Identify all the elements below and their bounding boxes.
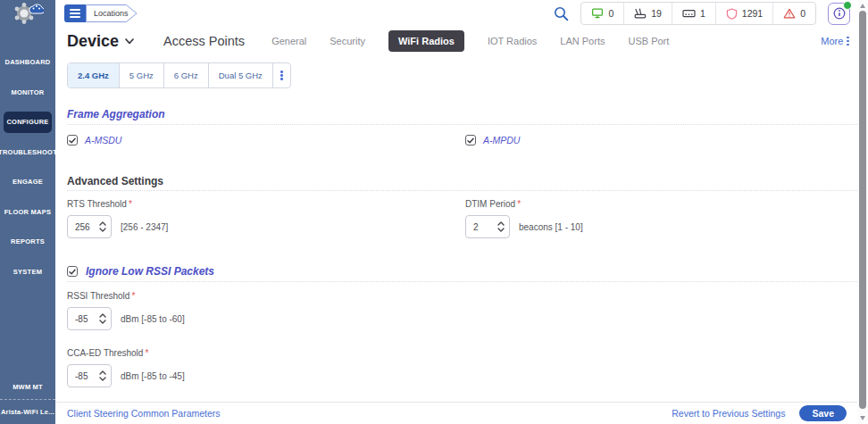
amsdu-checkbox[interactable] <box>67 135 78 145</box>
sidebar-item-dashboard[interactable]: DASHBOARD <box>0 47 55 78</box>
action-bar-right: Revert to Previous Settings Save <box>672 405 847 421</box>
tab-security[interactable]: Security <box>330 36 365 46</box>
rssi-threshold-field: RSSI Threshold * dBm [-85 to -60] <box>67 291 857 330</box>
ignore-low-rssi-heading-row: Ignore Low RSSI Packets <box>67 265 857 278</box>
sidebar-item-label: FLOOR MAPS <box>4 208 52 216</box>
more-label: More <box>821 36 843 46</box>
vertical-scrollbar[interactable] <box>857 0 868 424</box>
amsdu-label[interactable]: A-MSDU <box>85 135 121 145</box>
info-button[interactable] <box>828 3 850 25</box>
field-label-text: DTIM Period <box>465 199 515 210</box>
sidebar-item-troubleshoot[interactable]: TROUBLESHOOT <box>0 137 55 168</box>
stepper-arrows[interactable] <box>99 370 106 381</box>
stepper-arrows[interactable] <box>497 221 505 232</box>
required-asterisk: * <box>131 291 135 302</box>
dtim-period-input[interactable] <box>466 222 497 232</box>
scroll-up-arrow-icon[interactable] <box>860 4 865 8</box>
ampdu-checkbox-group: A-MPDU <box>465 135 520 145</box>
scrollbar-thumb[interactable] <box>859 11 866 409</box>
search-icon[interactable] <box>554 6 569 21</box>
sidebar-item-label: CONFIGURE <box>4 112 52 133</box>
tab-iot-radios[interactable]: IOT Radios <box>488 36 537 46</box>
rssi-threshold-input[interactable] <box>68 314 98 324</box>
advanced-settings-heading: Advanced Settings <box>67 175 857 187</box>
client-steering-link[interactable]: Client Steering Common Parameters <box>67 408 221 419</box>
cca-ed-threshold-input[interactable] <box>68 371 98 381</box>
status-security[interactable]: 1291 <box>715 3 772 24</box>
location-tree-menu-button[interactable] <box>64 4 86 22</box>
sidebar-item-system[interactable]: SYSTEM <box>0 257 55 287</box>
band-tab-2-4ghz[interactable]: 2.4 GHz <box>68 63 119 87</box>
top-bar: Locations 0 <box>55 0 857 27</box>
tab-lan-ports[interactable]: LAN Ports <box>560 36 605 46</box>
status-count: 1 <box>700 8 705 19</box>
more-menu-button[interactable]: More <box>821 27 849 55</box>
frame-aggregation-heading: Frame Aggregation <box>67 108 857 121</box>
rts-threshold-range-hint: [256 - 2347] <box>121 222 168 232</box>
field-label-text: CCA-ED Threshold <box>67 348 143 359</box>
rts-threshold-label: RTS Threshold * <box>67 199 857 210</box>
ignore-low-rssi-checkbox[interactable] <box>67 266 78 277</box>
chevron-down-icon <box>125 38 134 45</box>
tab-general[interactable]: General <box>271 36 306 46</box>
advanced-settings-fields: RTS Threshold * [256 - 2347] <box>67 199 857 238</box>
tab-wifi-radios[interactable]: WiFi Radios <box>388 30 464 52</box>
sidebar-item-label: MONITOR <box>11 88 44 96</box>
app-window: DASHBOARD MONITOR CONFIGURE TROUBLESHOOT… <box>0 0 868 424</box>
amsdu-checkbox-group: A-MSDU <box>67 135 857 145</box>
sidebar-item-label: TROUBLESHOOT <box>0 148 57 156</box>
chevron-up-icon <box>99 221 106 226</box>
band-tabs-overflow-button[interactable] <box>272 63 290 87</box>
cca-ed-threshold-range-hint: dBm [-85 to -45] <box>121 371 185 381</box>
status-count: 1291 <box>742 8 763 19</box>
rssi-threshold-label: RSSI Threshold * <box>67 291 857 302</box>
scroll-down-arrow-icon[interactable] <box>860 416 865 420</box>
ignore-low-rssi-heading[interactable]: Ignore Low RSSI Packets <box>86 265 214 278</box>
sidebar-nav: DASHBOARD MONITOR CONFIGURE TROUBLESHOOT… <box>0 47 55 287</box>
status-alerts[interactable]: 0 <box>772 3 815 24</box>
checkmark-icon <box>69 137 76 144</box>
page-header: Device Access Points General Security Wi… <box>55 27 857 55</box>
device-dropdown[interactable]: Device <box>67 32 134 51</box>
ampdu-checkbox[interactable] <box>465 135 476 145</box>
status-switches[interactable]: 1 <box>672 3 715 24</box>
save-button[interactable]: Save <box>799 405 847 421</box>
sidebar-item-monitor[interactable]: MONITOR <box>0 78 55 108</box>
sidebar-item-engage[interactable]: ENGAGE <box>0 167 55 197</box>
status-count: 0 <box>608 8 613 19</box>
global-status-counters: 0 19 1 <box>580 2 816 25</box>
page-title: Access Points <box>163 34 245 48</box>
sidebar: DASHBOARD MONITOR CONFIGURE TROUBLESHOOT… <box>0 0 55 424</box>
revert-link[interactable]: Revert to Previous Settings <box>672 408 785 419</box>
shield-icon <box>726 8 738 20</box>
alert-triangle-icon <box>783 8 796 19</box>
field-label-text: RSSI Threshold <box>67 291 129 302</box>
service-label: MWM MT <box>0 375 55 399</box>
status-access-points[interactable]: 19 <box>623 3 672 24</box>
status-clients[interactable]: 0 <box>581 3 623 24</box>
ampdu-label[interactable]: A-MPDU <box>483 135 520 145</box>
rts-threshold-field: RTS Threshold * [256 - 2347] <box>67 199 857 238</box>
breadcrumb[interactable]: Locations <box>86 4 138 22</box>
tab-usb-port[interactable]: USB Port <box>628 36 669 46</box>
band-tab-6ghz[interactable]: 6 GHz <box>163 63 208 87</box>
sidebar-item-label: SYSTEM <box>13 268 42 276</box>
sidebar-footer: MWM MT Arista-WiFi Le... <box>0 375 55 424</box>
sidebar-item-reports[interactable]: REPORTS <box>0 227 55 257</box>
cloud-network-logo-icon <box>12 2 44 26</box>
rts-threshold-input[interactable] <box>68 222 98 232</box>
band-tab-5ghz[interactable]: 5 GHz <box>119 63 163 87</box>
rts-threshold-stepper <box>67 215 112 238</box>
tenant-label[interactable]: Arista-WiFi Le... <box>0 399 55 424</box>
chevron-down-icon <box>99 320 106 324</box>
rssi-threshold-stepper <box>67 307 112 330</box>
dtim-period-field: DTIM Period * beacons [1 - 10] <box>465 199 583 238</box>
stepper-arrows[interactable] <box>99 313 106 324</box>
device-dropdown-label: Device <box>67 32 119 51</box>
stepper-arrows[interactable] <box>99 221 106 232</box>
sidebar-item-floor-maps[interactable]: FLOOR MAPS <box>0 197 55 228</box>
band-tab-dual-5ghz[interactable]: Dual 5 GHz <box>208 63 272 87</box>
section-divider <box>67 124 857 125</box>
section-divider <box>67 190 857 191</box>
sidebar-item-configure[interactable]: CONFIGURE <box>0 107 55 137</box>
